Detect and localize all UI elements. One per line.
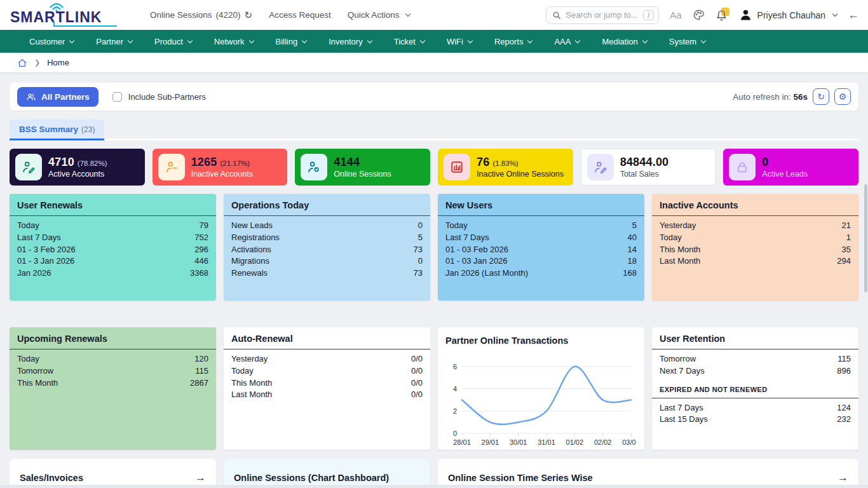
nav-item-product[interactable]: Product — [154, 37, 192, 46]
refresh-icon: ↻ — [817, 92, 825, 102]
vertical-scrollbar-thumb[interactable] — [864, 184, 867, 292]
stat-row: Today0/0 — [231, 365, 423, 377]
arrow-right-icon[interactable]: → — [837, 471, 848, 484]
user-edit-icon — [587, 154, 614, 180]
include-subpartners-checkbox[interactable]: Include Sub-Partners — [112, 92, 206, 102]
refresh-settings-button[interactable]: ⚙ — [834, 88, 851, 105]
card-online-session-time-series[interactable]: Online Session Time Series Wise → — [438, 459, 858, 488]
footer-cards-row: Sales/Invoices → Online Sessions (Chart … — [10, 459, 858, 488]
user-name: Priyesh Chauhan — [757, 10, 825, 20]
panel-title: Inactive Accounts — [652, 194, 858, 216]
chevron-down-icon — [575, 37, 580, 43]
stat-card-inactive-accounts[interactable]: 1265(21.17%) Inactive Accounts — [153, 149, 288, 186]
svg-text:03/02: 03/02 — [622, 438, 636, 446]
global-search[interactable]: / — [546, 6, 659, 24]
partner-online-transactions-chart: 024628/0129/0130/0131/0101/0202/0203/02 — [438, 351, 644, 450]
stat-label: Online Sessions — [334, 170, 391, 179]
stat-row: Today79 — [17, 220, 208, 232]
panel-partner-online-transactions: Partner Online Transactions 024628/0129/… — [438, 327, 644, 450]
user-check-icon — [301, 154, 327, 180]
nav-item-partner[interactable]: Partner — [96, 37, 132, 46]
stat-row: Jan 20263368 — [17, 268, 208, 280]
notifications-button[interactable] — [715, 9, 728, 22]
nav-item-system[interactable]: System — [669, 37, 705, 46]
stat-row: 01 - 3 Jan 2026446 — [17, 255, 208, 268]
svg-text:28/01: 28/01 — [453, 438, 471, 446]
access-request-link[interactable]: Access Request — [269, 10, 331, 20]
nav-item-customer[interactable]: Customer — [29, 37, 74, 46]
lock-icon — [729, 154, 756, 180]
font-size-toggle[interactable]: Aa — [670, 10, 681, 20]
stat-card-inactive-online-sessions[interactable]: 76(1.83%) Inactive Online Sessions — [438, 149, 573, 186]
panel-rows: Yesterday0/0Today0/0This Month0/0Last Mo… — [224, 349, 430, 401]
stat-cards-row: 4710(78.82%) Active Accounts 1265(21.17%… — [10, 149, 858, 186]
partner-toolbar: All Partners Include Sub-Partners Auto r… — [10, 83, 858, 111]
refresh-now-button[interactable]: ↻ — [813, 88, 829, 105]
stat-row: Last 7 Days40 — [445, 232, 637, 244]
svg-text:0: 0 — [453, 430, 457, 437]
quick-actions-menu[interactable]: Quick Actions — [348, 10, 410, 20]
card-sales-invoices[interactable]: Sales/Invoices → — [10, 459, 216, 488]
collapse-arrow-icon[interactable]: ← — [848, 8, 859, 22]
stat-row: Tomorrow115 — [17, 365, 208, 377]
nav-item-wifi[interactable]: WiFi — [447, 37, 472, 46]
card-online-sessions-chart-dashboard[interactable]: Online Sessions (Chart Dashboard) — [224, 459, 430, 488]
refresh-sessions-icon[interactable]: ↻ — [245, 10, 253, 21]
panel-rows: Last 7 Days124Last 15 Days232 — [652, 398, 858, 426]
stat-row: Yesterday0/0 — [231, 353, 423, 365]
chevron-down-icon — [642, 37, 648, 43]
chevron-down-icon — [832, 11, 837, 17]
horizontal-scrollbar-track[interactable] — [0, 485, 868, 488]
checkbox-box[interactable] — [112, 92, 122, 102]
stat-row: 01 - 3 Feb 2026296 — [17, 244, 208, 256]
nav-item-mediation[interactable]: Mediation — [602, 37, 646, 46]
panel-rows: Today79Last 7 Days75201 - 3 Feb 20262960… — [10, 216, 216, 280]
stat-row: This Month35 — [660, 244, 851, 256]
nav-item-inventory[interactable]: Inventory — [329, 37, 371, 46]
stat-value: 84844.00 — [620, 156, 669, 169]
stat-row: 01 - 03 Feb 202614 — [445, 244, 637, 256]
stat-card-online-sessions[interactable]: 4144 Online Sessions — [295, 149, 430, 186]
stat-row: This Month0/0 — [231, 377, 423, 390]
chevron-down-icon — [701, 37, 706, 43]
nav-item-ticket[interactable]: Ticket — [394, 37, 424, 46]
stat-card-active-accounts[interactable]: 4710(78.82%) Active Accounts — [10, 149, 145, 186]
svg-text:30/01: 30/01 — [510, 438, 527, 446]
breadcrumb-home[interactable]: Home — [47, 58, 69, 67]
smartlink-logo[interactable]: SMARTLINK — [10, 4, 119, 26]
stat-row: Last 7 Days752 — [17, 232, 208, 244]
online-sessions-counter[interactable]: Online Sessions (4220) ↻ — [150, 10, 252, 21]
panel-title: Upcoming Renewals — [10, 327, 216, 349]
svg-text:31/01: 31/01 — [538, 438, 555, 446]
all-partners-button[interactable]: All Partners — [17, 87, 98, 107]
nav-item-reports[interactable]: Reports — [494, 37, 532, 46]
home-icon[interactable] — [17, 58, 27, 68]
nav-item-aaa[interactable]: AAA — [554, 37, 580, 46]
nav-item-network[interactable]: Network — [214, 37, 254, 46]
arrow-right-icon[interactable]: → — [195, 471, 206, 484]
wifi-icon — [48, 2, 65, 12]
panel-user-renewals: User Renewals Today79Last 7 Days75201 - … — [10, 194, 216, 301]
svg-text:02/02: 02/02 — [594, 438, 612, 446]
chevron-down-icon — [527, 37, 532, 43]
stat-row: Last 15 Days232 — [660, 414, 851, 426]
stat-row: Activations73 — [231, 244, 423, 256]
nav-item-billing[interactable]: Billing — [276, 37, 307, 46]
panel-rows: Yesterday21Today1This Month35Last Month2… — [652, 216, 858, 268]
panel-new-users: New Users Today5Last 7 Days4001 - 03 Feb… — [438, 194, 644, 301]
panel-operations-today: Operations Today New Leads0Registrations… — [224, 194, 430, 301]
panels-row-2: Upcoming Renewals Today120Tomorrow115Thi… — [10, 327, 858, 450]
user-menu[interactable]: Priyesh Chauhan — [739, 8, 837, 22]
stat-row: Tomorrow115 — [660, 353, 851, 365]
stat-row: Last Month294 — [660, 255, 851, 268]
avatar-icon — [739, 8, 752, 22]
stat-card-total-sales[interactable]: 84844.00 Total Sales — [581, 149, 716, 186]
stat-value: 4144 — [334, 156, 360, 169]
tab-bss-summary[interactable]: BSS Summary (23) — [10, 119, 104, 140]
search-input[interactable] — [566, 10, 639, 20]
stat-value: 1265 — [191, 156, 217, 169]
svg-text:01/02: 01/02 — [566, 438, 584, 446]
theme-palette-icon[interactable] — [693, 9, 705, 21]
panel-upcoming-renewals: Upcoming Renewals Today120Tomorrow115Thi… — [10, 327, 216, 450]
stat-card-active-leads[interactable]: 0 Active Leads — [723, 149, 858, 186]
